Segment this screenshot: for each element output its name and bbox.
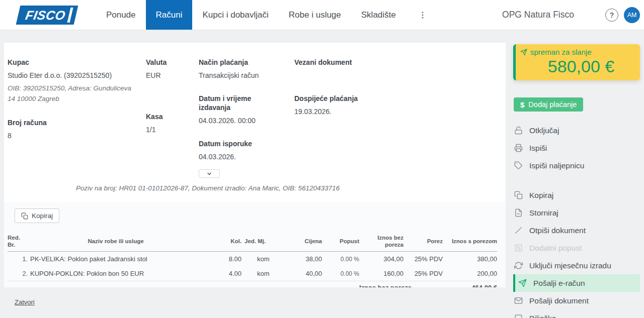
top-nav: FISCO Ponude Računi Kupci i dobavljači R… (0, 0, 644, 30)
col-porez: Porez (405, 231, 445, 252)
fisco-logo-text: FISCO (24, 8, 66, 22)
row-discount: 0.00 % (325, 252, 359, 267)
action-ispisi-naljepnicu[interactable]: Ispiši naljepnicu (513, 157, 640, 174)
tab-racuni[interactable]: Računi (146, 0, 193, 30)
field-kupac: Kupac Studio Eter d.o.o. (39202515250) O… (8, 58, 146, 104)
action-dodatni-popust: Dodatni popust (513, 239, 640, 257)
valuta-label: Valuta (146, 58, 199, 67)
help-icon[interactable]: ? (605, 9, 618, 22)
row-qty: 4.00 (204, 266, 242, 281)
copy-icon (21, 213, 28, 220)
add-payment-button[interactable]: $ Dodaj plaćanje (514, 97, 583, 112)
action-ukljuci-mjesecnu-izradu[interactable]: Uključi mjesečnu izradu (513, 257, 640, 274)
row-num: 2. (8, 266, 28, 281)
row-price: 38,00 (276, 252, 325, 267)
org-name[interactable]: OPG Natura Fisco (502, 10, 574, 20)
table-row[interactable]: 2. KUPON-POKLON: Poklon bon 50 EUR 4.00 … (8, 266, 497, 281)
actions-sidebar: spreman za slanje 580,00 € $ Dodaj plaća… (513, 30, 640, 318)
field-dospijece: Dospijeće plaćanja 19.03.2026. (294, 94, 506, 116)
printer-icon (514, 144, 523, 152)
kupac-note: OIB: 39202515250, Adresa: Gunduliceva 14… (8, 83, 136, 104)
datum-izdavanja-label: Datum i vrijeme izdavanja (199, 94, 279, 112)
datum-isporuke-value: 04.03.2026. (199, 152, 294, 161)
avatar[interactable]: AM (624, 7, 640, 23)
datum-isporuke-label: Datum isporuke (199, 139, 279, 148)
row-gross: 380,00 (445, 252, 497, 267)
tab-kupci-i-dobavljaci[interactable]: Kupci i dobavljači (192, 0, 278, 30)
tab-robe-i-usluge[interactable]: Robe i usluge (279, 0, 351, 30)
dospijece-label: Dospijeće plaćanja (294, 94, 506, 103)
action-ispisi[interactable]: Ispiši (513, 139, 640, 157)
refresh-icon (514, 261, 523, 270)
kupac-value: Studio Eter d.o.o. (39202515250) (8, 71, 146, 80)
add-payment-label: Dodaj plaćanje (528, 100, 577, 109)
file-minus-icon (514, 208, 523, 217)
items-table: Red. Br. Naziv robe ili usluge Kol. Jed.… (8, 231, 497, 287)
tab-ponude[interactable]: Ponude (96, 0, 146, 30)
percent-square-icon (514, 244, 523, 252)
table-row[interactable]: 1. PK-VELIKA: Poklon paket Jadranski sto… (8, 252, 497, 267)
row-tax: 25% PDV (405, 252, 445, 267)
dollar-icon: $ (520, 100, 524, 109)
close-link[interactable]: Zatvori (15, 298, 35, 306)
fisco-logo-shape: FISCO (16, 6, 78, 25)
field-nacin-placanja: Način plaćanja Transakcijski račun (199, 58, 294, 80)
broj-racuna-label: Broj računa (8, 118, 146, 127)
broj-racuna-value: 8 (8, 131, 146, 140)
dospijece-value: 19.03.2026. (294, 107, 506, 116)
action-label: Bilješke (529, 314, 556, 318)
reference-note: Poziv na broj: HR01 01-01012026-87, Doku… (4, 184, 412, 192)
action-label: Otpiši dokument (529, 226, 586, 235)
action-kopiraj[interactable]: Kopiraj (513, 186, 640, 204)
action-label: Dodatni popust (529, 244, 582, 253)
expand-details-button[interactable] (199, 169, 220, 178)
copy-icon (514, 191, 523, 199)
copy-items-button[interactable]: Kopiraj (15, 208, 59, 223)
send-icon (520, 49, 527, 56)
col-naziv: Naziv robe ili usluge (28, 231, 204, 252)
action-otpisi-dokument[interactable]: Otpiši dokument (513, 222, 640, 239)
col-red-br: Red. Br. (8, 231, 28, 252)
fisco-logo[interactable]: FISCO (18, 6, 76, 25)
row-num: 1. (8, 252, 28, 267)
action-label: Uključi mjesečnu izradu (529, 261, 611, 270)
action-posalji-dokument[interactable]: Pošalji dokument (513, 292, 640, 309)
action-biljeske[interactable]: Bilješke (513, 309, 640, 318)
app-root: FISCO Ponude Računi Kupci i dobavljači R… (0, 0, 644, 318)
action-posalji-e-racun[interactable]: Pošalji e-račun (513, 274, 640, 292)
totals-net-label: Iznos bez poreza (359, 281, 405, 288)
col-kol: Kol. (204, 231, 242, 252)
actions-list: Otključaj Ispiši Ispiši naljepnicu Kopir… (513, 122, 640, 318)
envelope-icon (514, 296, 523, 305)
row-unit: kom (242, 252, 276, 267)
row-net: 160,00 (359, 266, 405, 281)
nacin-placanja-label: Način plaćanja (199, 58, 279, 67)
action-label: Ispiši (529, 144, 547, 153)
action-label: Kopiraj (529, 191, 553, 200)
col-cijena: Cijena (276, 231, 325, 252)
document-column: Kupac Studio Eter d.o.o. (39202515250) O… (0, 30, 506, 306)
datum-izdavanja-value: 04.03.2026. 00:00 (199, 116, 294, 125)
action-label: Ispiši naljepnicu (529, 161, 584, 170)
row-name: KUPON-POKLON: Poklon bon 50 EUR (28, 266, 204, 281)
action-storniraj[interactable]: Storniraj (513, 204, 640, 222)
action-label: Pošalji dokument (529, 296, 589, 305)
col-jed-mj: Jed. Mj. (242, 231, 276, 252)
kasa-value: 1/1 (146, 125, 199, 134)
valuta-value: EUR (146, 71, 199, 80)
invoice-total-amount: 580,00 € (520, 56, 635, 76)
vezani-dokument-label: Vezani dokument (294, 58, 506, 67)
tab-skladiste[interactable]: Skladište (351, 0, 406, 30)
row-unit: kom (242, 266, 276, 281)
more-menu-icon[interactable] (414, 11, 431, 20)
col-iznos-s-porezom: Iznos s porezom (445, 231, 497, 252)
status-badge: spreman za slanje (530, 48, 592, 56)
action-otkljucaj[interactable]: Otključaj (513, 122, 640, 139)
field-vezani-dokument: Vezani dokument (294, 58, 506, 67)
items-panel: Kopiraj Red. Br. Naziv robe ili usluge K… (4, 202, 506, 287)
row-name: PK-VELIKA: Poklon paket Jadranski stol (28, 252, 204, 267)
status-card: spreman za slanje 580,00 € (513, 44, 640, 80)
action-label: Storniraj (529, 208, 558, 218)
row-discount: 0.00 % (325, 266, 359, 281)
row-price: 40,00 (276, 266, 325, 281)
